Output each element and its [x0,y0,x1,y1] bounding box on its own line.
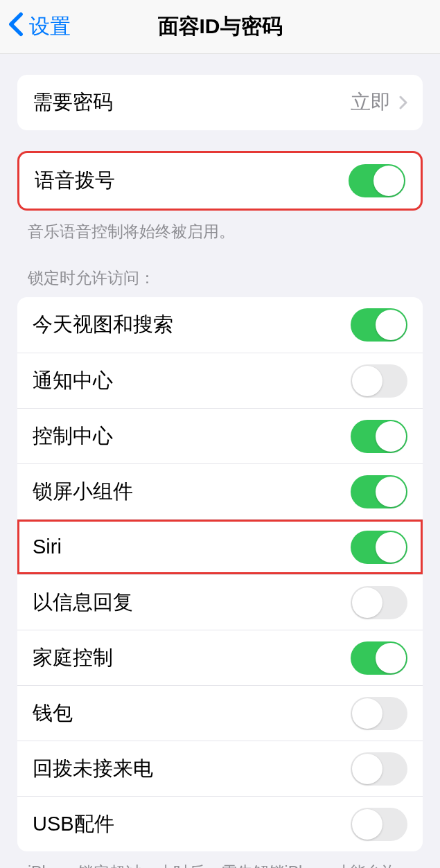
lock-access-toggle[interactable] [351,531,407,564]
lock-access-row: Siri [17,519,423,574]
lock-access-toggle[interactable] [351,641,407,675]
lock-access-row: 以信息回复 [17,574,423,630]
lock-access-label: 今天视图和搜索 [33,311,173,339]
lock-access-toggle[interactable] [351,308,407,342]
back-button[interactable]: 设置 [8,12,71,42]
lock-access-row: 家庭控制 [17,630,423,685]
lock-access-row: 控制中心 [17,408,423,463]
lock-access-label: USB配件 [33,811,114,838]
lock-access-label: 以信息回复 [33,589,133,617]
lock-access-toggle[interactable] [351,420,407,453]
lock-access-toggle[interactable] [351,808,407,841]
lock-access-label: Siri [33,535,62,558]
chevron-left-icon [8,12,29,42]
require-passcode-value: 立即 [351,89,391,116]
lock-access-group: 今天视图和搜索通知中心控制中心锁屏小组件Siri以信息回复家庭控制钱包回拨未接来… [17,297,423,851]
voice-dial-group: 语音拨号 [17,151,423,211]
lock-access-label: 通知中心 [33,367,113,395]
lock-access-footer: iPhone锁定超过一小时后，需先解锁iPhone才能允许USB配件连接。 [0,851,440,868]
back-label: 设置 [29,12,71,41]
voice-dial-toggle[interactable] [349,164,405,197]
chevron-right-icon [399,95,407,110]
lock-access-header: 锁定时允许访问： [0,267,440,289]
lock-access-toggle[interactable] [351,364,407,398]
lock-access-row: 通知中心 [17,353,423,408]
lock-access-label: 回拨未接来电 [33,755,153,783]
require-passcode-row[interactable]: 需要密码 立即 [17,75,423,130]
lock-access-label: 家庭控制 [33,644,113,672]
content: 需要密码 立即 语音拨号 音乐语音控制将始终被启用。 锁定时允许访问： 今天视图… [0,75,440,868]
voice-dial-footer: 音乐语音控制将始终被启用。 [0,211,440,242]
page-title: 面容ID与密码 [158,12,283,41]
require-passcode-label: 需要密码 [33,89,113,116]
lock-access-row: USB配件 [17,796,423,851]
lock-access-label: 控制中心 [33,423,113,450]
navigation-bar: 设置 面容ID与密码 [0,0,440,54]
voice-dial-row: 语音拨号 [19,153,421,209]
require-passcode-group: 需要密码 立即 [17,75,423,130]
lock-access-toggle[interactable] [351,752,407,786]
lock-access-toggle[interactable] [351,586,407,619]
voice-dial-label: 语音拨号 [35,167,115,195]
lock-access-toggle[interactable] [351,475,407,508]
lock-access-label: 锁屏小组件 [33,478,133,506]
lock-access-row: 钱包 [17,685,423,741]
lock-access-row: 锁屏小组件 [17,463,423,519]
lock-access-row: 回拨未接来电 [17,741,423,796]
lock-access-row: 今天视图和搜索 [17,297,423,353]
lock-access-label: 钱包 [33,700,73,727]
lock-access-toggle[interactable] [351,697,407,730]
